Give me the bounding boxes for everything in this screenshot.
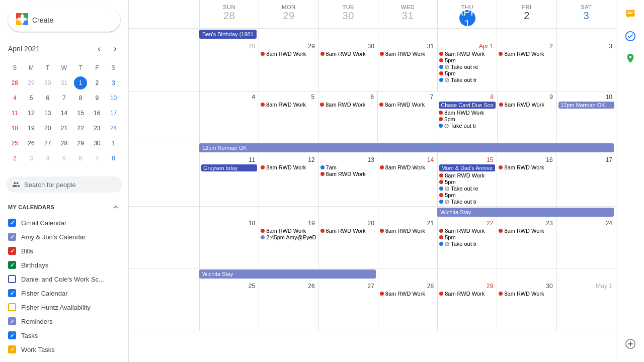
mini-cal-day[interactable]: 30	[90, 136, 105, 150]
spanning-event[interactable]: Wichita Stay	[199, 269, 376, 279]
mini-cal-day[interactable]: 26	[24, 136, 39, 150]
spanning-event[interactable]: Ben's Birthday (1981	[199, 30, 257, 39]
mini-cal-day[interactable]: 11	[7, 106, 23, 120]
day-cell[interactable]: 168am RWD Work	[497, 154, 556, 206]
timed-event[interactable]: 8am RWD Work	[439, 228, 495, 234]
day-cell[interactable]: 24	[556, 218, 616, 268]
day-cell[interactable]: 288am RWD Work	[378, 281, 437, 331]
all-day-event[interactable]: 12pm Norman OK	[558, 102, 614, 109]
timed-event[interactable]: 8am RWD Work	[499, 291, 554, 297]
day-cell[interactable]: 8Chase Card Due Soo8am RWD Work5pmTake o…	[437, 92, 497, 142]
mini-cal-day[interactable]: 3	[24, 151, 39, 165]
day-cell[interactable]: 28am RWD Work	[497, 41, 556, 91]
mini-cal-day[interactable]: 18	[7, 121, 23, 135]
day-cell[interactable]: 22Wichita Stay8am RWD Work5pmTake out tr	[437, 218, 497, 268]
spanning-event[interactable]: 12pm Norman OK	[199, 143, 614, 152]
calendar-item[interactable]: Bills	[0, 244, 128, 258]
day-cell[interactable]: 1012pm Norman OK	[556, 92, 616, 142]
mini-cal-day[interactable]: 27	[40, 136, 55, 150]
timed-event[interactable]: 8am RWD Work	[499, 51, 554, 57]
timed-event[interactable]: 8am RWD Work	[320, 51, 376, 57]
mini-cal-day[interactable]: 5	[56, 151, 72, 165]
mini-cal-day[interactable]: 5	[24, 91, 39, 105]
timed-event[interactable]: Take out re	[439, 64, 495, 70]
timed-event[interactable]: 5pm	[439, 70, 495, 76]
mini-cal-day[interactable]: 12	[24, 106, 39, 120]
mini-cal-day[interactable]: 10	[106, 91, 121, 105]
search-people[interactable]: Search for people	[6, 176, 122, 193]
day-cell[interactable]: 238am RWD Work	[497, 218, 556, 268]
mini-cal-day[interactable]: 1	[73, 76, 89, 90]
mini-cal-day[interactable]: 21	[56, 121, 72, 135]
mini-cal-day[interactable]: 4	[40, 151, 55, 165]
timed-event[interactable]: 8am RWD Work	[439, 291, 495, 297]
maps-icon-button[interactable]	[620, 48, 640, 68]
day-cell[interactable]: 148am RWD Work	[378, 154, 437, 206]
timed-event[interactable]: 8am RWD Work	[499, 164, 554, 170]
timed-event[interactable]: 8am RWD Work	[261, 51, 316, 57]
timed-event[interactable]: 8am RWD Work	[439, 110, 496, 116]
prev-month-button[interactable]: ‹	[92, 42, 106, 56]
timed-event[interactable]: 7am	[320, 164, 376, 170]
timed-event[interactable]: 8am RWD Work	[320, 102, 376, 108]
add-icon-button[interactable]	[620, 334, 640, 354]
timed-event[interactable]: 8am RWD Work	[380, 164, 436, 170]
day-cell[interactable]: 218am RWD Work	[378, 218, 437, 268]
mini-cal-day[interactable]: 13	[40, 106, 55, 120]
timed-event[interactable]: 8am RWD Work	[499, 102, 555, 108]
timed-event[interactable]: 8am RWD Work	[439, 172, 495, 178]
timed-event[interactable]: Take out re	[439, 186, 495, 192]
mini-cal-day[interactable]: 9	[90, 91, 105, 105]
mini-cal-day[interactable]: 29	[24, 76, 39, 90]
day-cell[interactable]: 4	[199, 92, 259, 142]
timed-event[interactable]: 8am RWD Work	[379, 102, 435, 108]
mini-cal-day[interactable]: 29	[73, 136, 89, 150]
day-cell[interactable]: 128am RWD Work	[259, 154, 318, 206]
day-cell[interactable]: 25	[199, 281, 259, 331]
mini-cal-day[interactable]: 7	[90, 151, 105, 165]
mini-cal-day[interactable]: 16	[90, 106, 105, 120]
day-cell[interactable]: 15Mom & Dad's Annive8am RWD Work5pmTake …	[437, 154, 497, 206]
mini-cal-day[interactable]: 8	[73, 91, 89, 105]
calendar-item[interactable]: Work Tasks	[0, 342, 128, 356]
day-cell[interactable]: 298am RWD Work	[259, 41, 318, 91]
day-cell[interactable]: 58am RWD Work	[259, 92, 318, 142]
timed-event[interactable]: Take out tr	[439, 77, 495, 83]
calendar-item[interactable]: Amy & Jon's Calendar	[0, 230, 128, 244]
mini-cal-day[interactable]: 4	[7, 91, 23, 105]
mini-cal-day[interactable]: 15	[73, 106, 89, 120]
timed-event[interactable]: 8am RWD Work	[499, 228, 554, 234]
day-cell[interactable]: 308am RWD Work	[497, 281, 556, 331]
mini-cal-day[interactable]: 1	[106, 136, 121, 150]
mini-cal-day[interactable]: 2	[7, 151, 23, 165]
day-cell[interactable]: Apr 18am RWD Work5pmTake out re5pmTake o…	[437, 41, 497, 91]
wichita-stay-event[interactable]: Wichita Stay	[437, 208, 614, 217]
next-month-button[interactable]: ›	[108, 42, 122, 56]
day-cell[interactable]: 208am RWD Work	[318, 218, 378, 268]
calendar-item[interactable]: Tasks	[0, 328, 128, 342]
mini-cal-day[interactable]: 3	[106, 76, 121, 90]
day-cell[interactable]: 18	[199, 218, 259, 268]
day-cell[interactable]: 26	[259, 281, 318, 331]
mini-cal-day[interactable]: 23	[90, 121, 105, 135]
timed-event[interactable]: 8am RWD Work	[261, 228, 316, 234]
day-cell[interactable]: 298am RWD Work	[437, 281, 497, 331]
timed-event[interactable]: 5pm	[439, 179, 495, 185]
calendar-item[interactable]: Fisher Calendar	[0, 286, 128, 300]
day-cell[interactable]: 27	[318, 281, 378, 331]
timed-event[interactable]: 8am RWD Work	[261, 164, 316, 170]
mini-cal-day[interactable]: 28	[7, 76, 23, 90]
all-day-event[interactable]: Greysen bday	[201, 164, 257, 171]
day-cell[interactable]: 68am RWD Work	[318, 92, 377, 142]
mini-cal-day[interactable]: 19	[24, 121, 39, 135]
timed-event[interactable]: Take out tr	[439, 241, 495, 247]
timed-event[interactable]: 8am RWD Work	[380, 51, 436, 57]
mini-cal-day[interactable]: 6	[73, 151, 89, 165]
create-button[interactable]: Create	[8, 8, 120, 32]
calendar-item[interactable]: Gmail Calendar	[0, 216, 128, 230]
day-cell[interactable]: 17	[556, 154, 616, 206]
timed-event[interactable]: 5pm	[439, 116, 496, 122]
timed-event[interactable]: 5pm	[439, 234, 495, 240]
mini-cal-day[interactable]: 2	[90, 76, 105, 90]
timed-event[interactable]: 8am RWD Work	[380, 228, 436, 234]
